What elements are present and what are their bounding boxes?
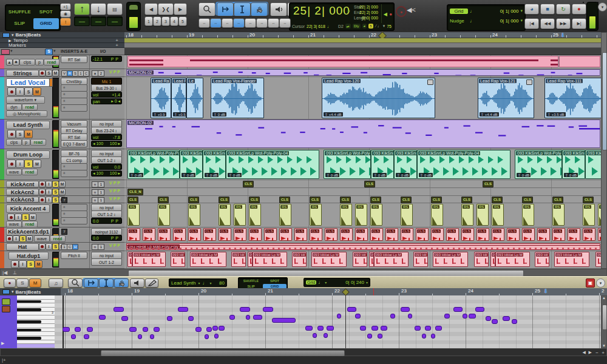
track-autom-clps[interactable]: clps — [6, 139, 22, 146]
go-to-end-button[interactable]: ▶| — [572, 18, 586, 29]
hat-audio-clip[interactable]: 093 Hil — [353, 252, 367, 267]
cls-red-clip[interactable]: CLS — [583, 228, 595, 241]
editor-strip-rec-icon[interactable] — [2, 306, 10, 312]
hat-audio-clip[interactable]: 09 — [248, 252, 253, 267]
track-rec-button[interactable] — [11, 260, 19, 268]
piano-black-key[interactable] — [17, 308, 41, 311]
io-pan-display[interactable]: pan▸ 0 ◂ — [91, 98, 122, 104]
main-horizontal-scrollbar[interactable]: |◀ ⊥ — [0, 269, 607, 276]
midi-note[interactable] — [150, 334, 154, 339]
track-in-button[interactable]: I — [16, 87, 24, 96]
lane-Hat.dup1[interactable]: 09093 HiHat Lp M093 Hil093 HiHat Lp M093… — [124, 251, 601, 269]
cls-tag-clip[interactable]: CLS_N — [127, 189, 143, 195]
cls-tag-clip[interactable]: CLS — [492, 197, 503, 203]
track-view-selector[interactable]: waveform ▾ — [6, 96, 45, 104]
record-enable-icon[interactable]: ● — [396, 6, 407, 17]
drum-audio-clip[interactable]: 093 KikSnrLp Wot-Poly-Pol⇧ 0 dB — [324, 150, 371, 179]
cls-red-clip[interactable]: CLS — [158, 228, 171, 241]
midi-note[interactable] — [444, 314, 450, 318]
lane-KickAcent3.dp1[interactable]: CLSCLSCLSCLSCLSCLSCLSCLSCLSCLSCLSCLSCLSC… — [124, 228, 601, 243]
midi-note[interactable] — [129, 327, 137, 332]
audio-clip[interactable]: Lead Rap Vox-111⇧ +3.5 dB — [544, 78, 601, 118]
midi-note[interactable] — [425, 326, 431, 331]
hat-audio-clip[interactable]: 093 HiHat Lp M — [190, 252, 226, 267]
rs-audio-clip[interactable]: RS — [340, 204, 352, 226]
midi-note[interactable] — [317, 326, 324, 331]
track-solo-button[interactable]: S — [16, 130, 24, 138]
rs-audio-clip[interactable]: RS — [522, 204, 534, 226]
track-rec-button[interactable] — [7, 214, 15, 221]
cls-red-clip[interactable]: CLS — [537, 228, 550, 241]
editor-ruler[interactable]: ▾ Bars|Beats 18192021222324252⬇ — [0, 288, 607, 295]
timeline-playhead-arrow-icon[interactable]: ⬇ — [560, 32, 565, 38]
audio-clip[interactable]: Le — [186, 78, 203, 118]
lane-Hat[interactable]: 093 HiHat Lp Mad-Poly-Poly — [124, 243, 601, 251]
midi-note[interactable] — [87, 327, 93, 332]
session-status-chip[interactable]: 5 — [368, 24, 373, 29]
cls-red-clip[interactable]: CLS — [461, 228, 474, 241]
io-output-selector[interactable]: OUT 1-2 ↕ — [91, 211, 122, 218]
counter-dropdown-icon[interactable]: ▾ — [348, 9, 350, 14]
io-row-2[interactable]: OUT 1-2 — [91, 258, 122, 266]
lane-Kick Accent 4[interactable]: RSRSRSRSRSRSRSRSRSRSRSRSRSRSRSRSRSRSRSRS — [124, 203, 601, 228]
editor-close-button[interactable]: ▣ — [586, 278, 595, 288]
selector-tool-button[interactable] — [234, 2, 251, 16]
piano-white-key[interactable] — [17, 303, 55, 308]
track-name[interactable]: Drum Loop — [6, 150, 50, 159]
track-name[interactable]: Lead Synth — [6, 121, 50, 129]
drum-audio-clip[interactable]: 093 KikSnrLp Wot-Poly-Pol⇧ 0 dB — [127, 150, 180, 179]
editor-playhead-arrow-icon[interactable]: ⬇ — [543, 288, 548, 294]
rs-audio-clip[interactable]: RS — [219, 204, 231, 226]
hat-long-region[interactable]: 093 HiHat Lp Mad-Poly-Poly — [126, 243, 600, 250]
midi-note[interactable] — [453, 307, 463, 312]
markers-ruler[interactable] — [124, 43, 607, 48]
cls-red-clip[interactable]: CLS — [552, 228, 565, 241]
rs-audio-clip[interactable]: RS — [476, 204, 489, 226]
hat-audio-clip[interactable]: 093 HiHat Lp M — [554, 252, 589, 267]
markers-ruler-header[interactable]: Markers + — [0, 43, 124, 48]
scrubber-tool-button[interactable] — [270, 2, 287, 16]
track-mute-button[interactable]: M — [33, 160, 41, 168]
rs-audio-clip[interactable]: RS — [158, 204, 170, 226]
editor-scroll-down-icon[interactable]: ▼ — [602, 344, 606, 348]
midi-note[interactable] — [246, 315, 250, 320]
io-gain-display[interactable]: -12.1PP — [91, 56, 122, 62]
piano-black-key[interactable] — [17, 320, 41, 323]
hat-audio-clip[interactable]: 093 HiHat Lp M — [132, 252, 166, 267]
hat-audio-clip[interactable]: 093 Hil — [292, 252, 307, 267]
track-rec-button[interactable] — [7, 160, 16, 168]
midi-note[interactable] — [71, 334, 76, 339]
midi-note[interactable] — [415, 326, 421, 331]
main-counter-value[interactable]: 25| 2| 000 — [293, 4, 350, 18]
track-in-button[interactable]: I — [46, 181, 52, 187]
zoom-horizontal-in-button[interactable]: ▶ — [174, 3, 187, 15]
rs-audio-clip[interactable]: RS — [370, 204, 382, 226]
zoom-horizontal-out-button[interactable]: ◀ — [144, 3, 158, 15]
delay-compensation-chip[interactable]: Dly — [353, 24, 361, 29]
edit-aux-tool-1-button[interactable]: ↔ — [198, 18, 210, 28]
io-pan-display[interactable]: ◂ 100100 ▸ — [91, 170, 122, 177]
cls-tag-clip[interactable]: CLS — [158, 197, 169, 203]
track-name[interactable]: Strings — [6, 70, 39, 76]
editor-piano-keyboard[interactable]: 3 — [17, 295, 55, 348]
cls-red-clip[interactable]: CLS — [143, 228, 155, 241]
zoom-preset-2-button[interactable]: 2 — [153, 16, 161, 26]
track-autom-read[interactable]: read — [22, 104, 38, 110]
piano-white-key[interactable] — [17, 344, 55, 348]
midi-note[interactable] — [512, 319, 517, 324]
return-to-zero-button[interactable]: |◀ — [524, 18, 539, 29]
midi-note[interactable] — [324, 333, 328, 338]
tempo-value[interactable]: 75 — [387, 24, 392, 29]
trim-tool-button[interactable] — [217, 2, 234, 16]
midi-note[interactable] — [75, 327, 81, 332]
piano-black-key[interactable] — [17, 300, 41, 303]
track-rec-button[interactable] — [39, 181, 46, 187]
rs-audio-clip[interactable]: RS — [431, 204, 443, 226]
editor-grid-display[interactable]: Grid ♩▾ 0| 0| 240 ▾ — [304, 278, 370, 287]
track-name[interactable]: Hat — [6, 243, 39, 251]
track-autom-dyn[interactable]: dyn — [6, 104, 22, 110]
track-name[interactable]: KckAcn3 — [6, 197, 39, 203]
cls-red-clip[interactable]: CLS — [294, 228, 307, 241]
midi-note[interactable] — [195, 327, 202, 332]
insert-slot-5[interactable]: ⁕ — [61, 104, 87, 112]
